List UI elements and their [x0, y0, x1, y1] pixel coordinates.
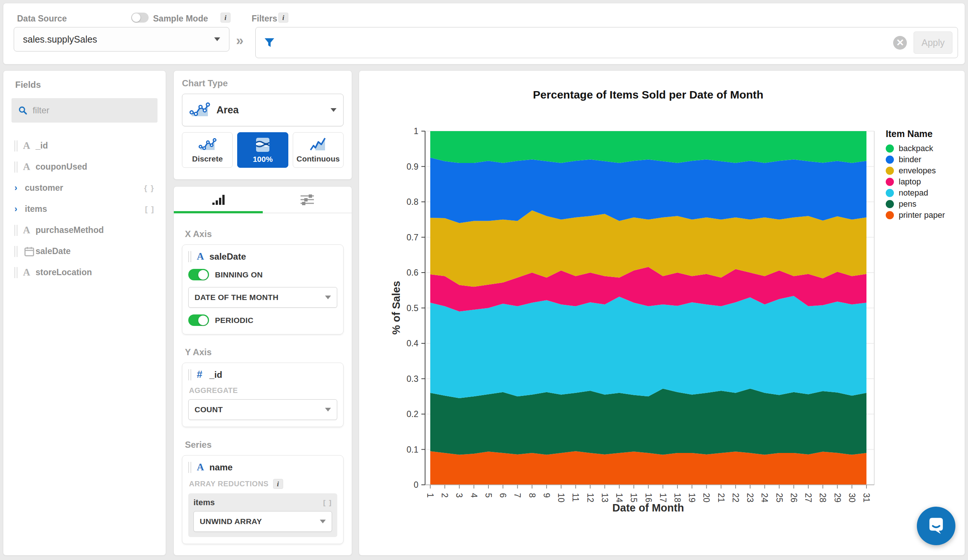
y-axis-card[interactable]: # _id AGGREGATE COUNT — [182, 363, 343, 427]
field-row-_id[interactable]: A_id — [3, 135, 166, 156]
legend-label: backpack — [899, 144, 933, 153]
clear-filter-icon[interactable]: ✕ — [893, 36, 907, 50]
array-reductions-label: ARRAY REDUCTIONS — [189, 480, 269, 488]
svg-text:10: 10 — [556, 493, 566, 502]
field-filter-input[interactable] — [33, 105, 151, 116]
drag-handle[interactable] — [188, 251, 192, 262]
field-search-box[interactable] — [12, 98, 157, 122]
chart-type-select[interactable]: Area — [182, 94, 343, 126]
svg-text:0.6: 0.6 — [406, 268, 418, 278]
legend-label: notepad — [899, 188, 928, 198]
chevron-down-icon — [214, 37, 220, 41]
svg-text:8: 8 — [527, 493, 537, 498]
x-axis-card[interactable]: A saleDate BINNING ON DATE OF THE MONTH … — [182, 244, 343, 334]
bin-by-select[interactable]: DATE OF THE MONTH — [188, 287, 337, 308]
field-name: purchaseMethod — [36, 225, 104, 235]
legend-title: Item Name — [886, 129, 945, 139]
binning-label: BINNING ON — [215, 270, 263, 279]
svg-text:20: 20 — [701, 493, 711, 502]
binning-toggle[interactable] — [188, 269, 209, 280]
svg-text:23: 23 — [745, 493, 755, 502]
collapse-chevrons[interactable]: » — [236, 33, 244, 48]
intercom-chat-button[interactable] — [917, 507, 955, 545]
svg-text:11: 11 — [571, 493, 580, 502]
svg-text:9: 9 — [542, 493, 552, 498]
drag-handle[interactable] — [15, 246, 18, 257]
data-source-select[interactable]: sales.supplySales — [14, 27, 229, 51]
svg-text:19: 19 — [687, 493, 697, 502]
area-series-printer paper — [430, 451, 867, 485]
tab-customize[interactable] — [263, 187, 352, 213]
legend-label: laptop — [899, 177, 921, 187]
drag-handle[interactable] — [188, 369, 192, 380]
array-reductions-info-icon[interactable]: i — [273, 479, 283, 489]
drag-handle[interactable] — [15, 225, 18, 236]
svg-text:2: 2 — [440, 493, 449, 498]
legend-label: printer paper — [899, 210, 945, 220]
sample-mode-info-icon[interactable]: i — [220, 13, 230, 23]
unwind-array-value: UNWIND ARRAY — [200, 517, 262, 526]
svg-text:15: 15 — [629, 493, 638, 502]
legend-swatch — [886, 167, 894, 175]
field-row-customer[interactable]: ›customer{ } — [3, 177, 166, 198]
legend-item-envelopes: envelopes — [886, 165, 945, 176]
data-source-value: sales.supplySales — [23, 34, 97, 45]
legend-swatch — [886, 200, 894, 208]
discrete-area-icon — [197, 137, 217, 153]
mode-discrete-button[interactable]: Discrete — [182, 132, 233, 168]
legend-item-pens: pens — [886, 198, 945, 210]
chevron-right-icon[interactable]: › — [15, 204, 25, 214]
svg-text:1: 1 — [414, 126, 418, 136]
object-type-icon: { } — [144, 184, 154, 193]
drag-handle[interactable] — [15, 162, 18, 173]
legend-item-laptop: laptop — [886, 176, 945, 187]
filters-input[interactable]: ✕ Apply — [255, 27, 958, 58]
series-field: name — [209, 462, 233, 472]
apply-button[interactable]: Apply — [913, 31, 952, 54]
aggregate-label: AGGREGATE — [189, 386, 238, 395]
field-row-items[interactable]: ›items[ ] — [3, 198, 166, 220]
drag-handle[interactable] — [15, 267, 18, 278]
tab-encode[interactable] — [174, 187, 263, 213]
array-reduction-box: items [ ] UNWIND ARRAY — [188, 493, 337, 537]
field-row-storeLocation[interactable]: AstoreLocation — [3, 262, 166, 283]
unwind-array-select[interactable]: UNWIND ARRAY — [194, 511, 332, 532]
svg-text:18: 18 — [673, 493, 682, 502]
chart-type-label: Chart Type — [182, 78, 343, 89]
field-name: saleDate — [36, 246, 71, 256]
svg-text:0: 0 — [414, 480, 418, 490]
field-row-purchaseMethod[interactable]: ApurchaseMethod — [3, 220, 166, 241]
chart-preview-panel: Percentage of Items Sold per Date of Mon… — [359, 70, 965, 555]
string-type-icon: A — [197, 251, 209, 262]
drag-handle[interactable] — [15, 140, 18, 152]
svg-text:30: 30 — [847, 493, 857, 502]
svg-text:0.1: 0.1 — [406, 445, 418, 454]
svg-text:27: 27 — [804, 493, 813, 502]
mode-100-percent-button[interactable]: 100% — [237, 132, 288, 168]
data-source-label: Data Source — [17, 14, 67, 24]
aggregate-select[interactable]: COUNT — [188, 399, 337, 420]
svg-text:0.2: 0.2 — [406, 409, 418, 419]
field-row-saleDate[interactable]: saleDate — [3, 241, 166, 262]
mode-continuous-button[interactable]: Continuous — [293, 132, 343, 168]
filters-info-icon[interactable]: i — [278, 13, 288, 23]
svg-text:7: 7 — [512, 493, 522, 498]
chevron-right-icon[interactable]: › — [15, 183, 25, 193]
mode-label: 100% — [253, 155, 273, 164]
chart-type-value: Area — [216, 104, 239, 116]
legend-item-notepad: notepad — [886, 187, 945, 198]
periodic-toggle[interactable] — [188, 314, 209, 326]
series-section-label: Series — [185, 439, 341, 450]
field-row-couponUsed[interactable]: AcouponUsed — [3, 156, 166, 177]
legend-item-binder: binder — [886, 154, 945, 165]
legend-item-backpack: backpack — [886, 143, 945, 154]
continuous-line-icon — [308, 137, 328, 153]
series-card[interactable]: A name ARRAY REDUCTIONS i items [ ] UNWI… — [182, 455, 343, 544]
mode-label: Continuous — [297, 154, 340, 164]
chat-bubble-icon — [925, 515, 947, 537]
mode-label: Discrete — [192, 154, 223, 164]
svg-text:0.3: 0.3 — [406, 374, 418, 384]
sample-mode-toggle[interactable] — [131, 13, 149, 23]
drag-handle[interactable] — [188, 462, 192, 473]
svg-text:24: 24 — [760, 493, 769, 502]
